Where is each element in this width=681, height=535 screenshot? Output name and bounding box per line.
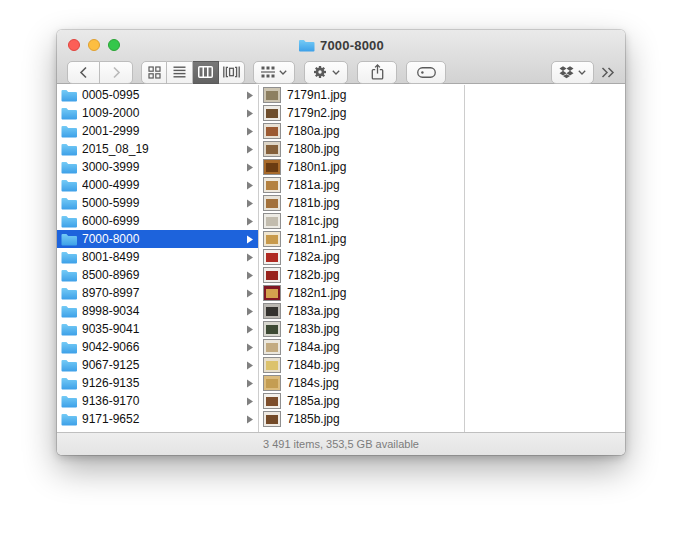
folder-name: 6000-6999 [82, 214, 247, 228]
file-row[interactable]: 7182n1.jpg [259, 284, 464, 302]
file-row[interactable]: 7181n1.jpg [259, 230, 464, 248]
list-view-button[interactable] [167, 61, 193, 84]
folder-row[interactable]: 3000-3999 [57, 158, 258, 176]
folder-row[interactable]: 6000-6999 [57, 212, 258, 230]
blue-folder-icon [61, 305, 77, 318]
image-thumbnail [263, 177, 281, 193]
close-button[interactable] [68, 39, 80, 51]
file-name: 7181a.jpg [287, 178, 464, 192]
file-row[interactable]: 7181c.jpg [259, 212, 464, 230]
image-thumbnail [263, 141, 281, 157]
file-row[interactable]: 7185a.jpg [259, 392, 464, 410]
folder-name: 1009-2000 [82, 106, 247, 120]
disclosure-triangle-icon [247, 361, 253, 370]
file-row[interactable]: 7179n2.jpg [259, 104, 464, 122]
file-row[interactable]: 7184a.jpg [259, 338, 464, 356]
file-row[interactable]: 7182b.jpg [259, 266, 464, 284]
file-row[interactable]: 7183a.jpg [259, 302, 464, 320]
zoom-button[interactable] [108, 39, 120, 51]
disclosure-triangle-icon [247, 235, 253, 244]
disclosure-triangle-icon [247, 163, 253, 172]
blue-folder-icon [61, 89, 77, 102]
file-name: 7184s.jpg [287, 376, 464, 390]
file-name: 7180a.jpg [287, 124, 464, 138]
forward-button[interactable] [100, 61, 133, 84]
share-icon [371, 64, 384, 80]
folder-column: 0005-0995 1009-2000 2001-2999 2015_08_19 [57, 85, 259, 432]
toolbar-overflow-button[interactable] [601, 67, 615, 78]
grid-icon [148, 66, 161, 79]
folder-name: 9171-9652 [82, 412, 247, 426]
coverflow-view-button[interactable] [219, 61, 245, 84]
file-row[interactable]: 7182a.jpg [259, 248, 464, 266]
chevron-down-icon [279, 70, 287, 75]
view-switcher [141, 61, 245, 84]
file-row[interactable]: 7179n1.jpg [259, 86, 464, 104]
nav-buttons [67, 61, 133, 84]
coverflow-icon [223, 66, 240, 78]
folder-row[interactable]: 9035-9041 [57, 320, 258, 338]
file-name: 7181c.jpg [287, 214, 464, 228]
file-row[interactable]: 7181b.jpg [259, 194, 464, 212]
folder-name: 5000-5999 [82, 196, 247, 210]
folder-row[interactable]: 1009-2000 [57, 104, 258, 122]
arrange-button[interactable] [253, 61, 295, 84]
file-row[interactable]: 7180n1.jpg [259, 158, 464, 176]
share-button[interactable] [357, 61, 397, 84]
tag-button[interactable] [406, 61, 446, 84]
file-name: 7185a.jpg [287, 394, 464, 408]
blue-folder-icon [61, 377, 77, 390]
folder-row[interactable]: 9126-9135 [57, 374, 258, 392]
minimize-button[interactable] [88, 39, 100, 51]
folder-row[interactable]: 7000-8000 [57, 230, 258, 248]
folder-name: 2001-2999 [82, 124, 247, 138]
folder-name: 0005-0995 [82, 88, 247, 102]
blue-folder-icon [61, 323, 77, 336]
image-thumbnail [263, 249, 281, 265]
file-row[interactable]: 7184s.jpg [259, 374, 464, 392]
folder-name: 9035-9041 [82, 322, 247, 336]
file-name: 7182a.jpg [287, 250, 464, 264]
back-button[interactable] [67, 61, 100, 84]
blue-folder-icon [61, 179, 77, 192]
blue-folder-icon [61, 107, 77, 120]
folder-row[interactable]: 5000-5999 [57, 194, 258, 212]
folder-row[interactable]: 8998-9034 [57, 302, 258, 320]
folder-row[interactable]: 8001-8499 [57, 248, 258, 266]
image-thumbnail [263, 411, 281, 427]
file-row[interactable]: 7180b.jpg [259, 140, 464, 158]
folder-row[interactable]: 0005-0995 [57, 86, 258, 104]
folder-row[interactable]: 8970-8997 [57, 284, 258, 302]
folder-row[interactable]: 4000-4999 [57, 176, 258, 194]
folder-row[interactable]: 9136-9170 [57, 392, 258, 410]
file-name: 7180n1.jpg [287, 160, 464, 174]
folder-row[interactable]: 9171-9652 [57, 410, 258, 428]
file-row[interactable]: 7183b.jpg [259, 320, 464, 338]
file-name: 7182b.jpg [287, 268, 464, 282]
folder-row[interactable]: 2015_08_19 [57, 140, 258, 158]
column-view-button[interactable] [193, 61, 219, 84]
file-row[interactable]: 7180a.jpg [259, 122, 464, 140]
file-row[interactable]: 7185b.jpg [259, 410, 464, 428]
disclosure-triangle-icon [247, 217, 253, 226]
image-thumbnail [263, 357, 281, 373]
disclosure-triangle-icon [247, 379, 253, 388]
file-name: 7185b.jpg [287, 412, 464, 426]
image-thumbnail [263, 231, 281, 247]
file-name: 7180b.jpg [287, 142, 464, 156]
folder-row[interactable]: 9067-9125 [57, 356, 258, 374]
file-row[interactable]: 7181a.jpg [259, 176, 464, 194]
file-row[interactable]: 7184b.jpg [259, 356, 464, 374]
action-button[interactable] [304, 61, 348, 84]
folder-row[interactable]: 9042-9066 [57, 338, 258, 356]
traffic-lights [68, 39, 120, 51]
folder-row[interactable]: 8500-8969 [57, 266, 258, 284]
dropbox-button[interactable] [551, 61, 594, 84]
icon-view-button[interactable] [141, 61, 167, 84]
disclosure-triangle-icon [247, 289, 253, 298]
image-thumbnail [263, 393, 281, 409]
folder-row[interactable]: 2001-2999 [57, 122, 258, 140]
blue-folder-icon [298, 39, 315, 52]
blue-folder-icon [61, 341, 77, 354]
blue-folder-icon [61, 125, 77, 138]
